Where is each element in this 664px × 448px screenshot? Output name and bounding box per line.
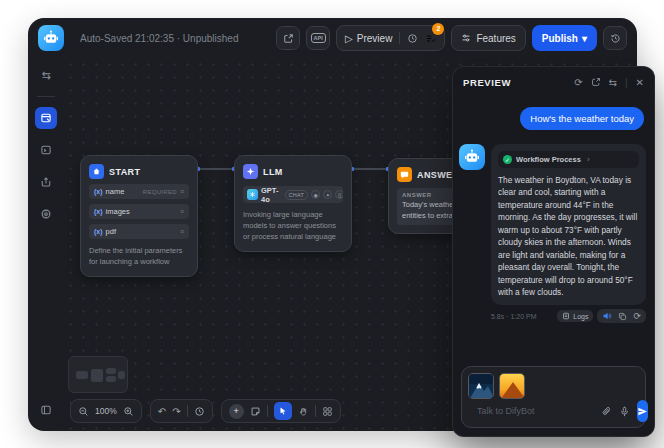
field-menu-icon: ≡ xyxy=(180,228,184,235)
add-note-button[interactable] xyxy=(250,406,261,417)
restart-conversation-button[interactable]: ⟳ xyxy=(574,77,582,88)
sidebar-item-workflow[interactable]: ⇆ xyxy=(35,64,57,86)
robot-icon xyxy=(464,149,480,165)
regenerate-button[interactable]: ⟳ xyxy=(633,311,641,321)
voice-input-button[interactable] xyxy=(619,406,630,417)
pointer-mode-button[interactable] xyxy=(274,402,292,420)
chat-mode-badge: CHAT xyxy=(285,190,309,200)
export-box-icon xyxy=(40,176,52,188)
text-to-speech-button[interactable] xyxy=(602,311,612,321)
user-message-bubble: How's the weather today xyxy=(520,107,644,130)
app-logo[interactable] xyxy=(38,25,64,51)
preview-header: PREVIEW ⟳ ⇆ | ✕ xyxy=(453,67,654,97)
start-field-name[interactable]: (x) name REQUIRED ≡ xyxy=(89,184,189,199)
terminal-icon xyxy=(40,144,52,156)
zoom-out-button[interactable] xyxy=(78,406,89,417)
run-controls: ▷ Preview 2 xyxy=(336,25,445,51)
publish-label: Publish xyxy=(542,33,578,44)
start-field-pdf[interactable]: (x) pdf ≡ xyxy=(89,224,189,239)
node-title: LLM xyxy=(263,167,283,177)
logs-button[interactable]: Logs xyxy=(557,310,593,322)
play-icon: ▷ xyxy=(345,33,353,44)
variable-icon: (x) xyxy=(94,208,103,215)
features-button[interactable]: Features xyxy=(451,25,525,51)
preview-title: PREVIEW xyxy=(463,77,511,88)
attachment-thumbnail-sunset-mountain[interactable] xyxy=(499,373,525,399)
chevron-down-icon: ▾ xyxy=(582,33,587,44)
attachment-thumbnail-night-mountain[interactable] xyxy=(468,373,494,399)
llm-node-icon xyxy=(243,164,258,179)
sidebar-item-orchestrate[interactable] xyxy=(35,107,57,129)
close-preview-button[interactable]: ✕ xyxy=(636,77,644,88)
start-field-images[interactable]: (x) images ≡ xyxy=(89,204,189,219)
gear-icon xyxy=(40,208,52,220)
node-start[interactable]: START (x) name REQUIRED ≡ (x) images ≡ (… xyxy=(80,155,198,277)
zoom-controls: 100% xyxy=(70,399,142,423)
edge-start-llm xyxy=(198,168,234,170)
bot-message-text: The weather in Boydton, VA today is clea… xyxy=(498,174,639,298)
model-selector[interactable]: GPT-4o CHAT ◉ ✦ {} ≡ xyxy=(243,186,343,203)
open-in-new-button[interactable] xyxy=(591,77,601,87)
sidebar-collapse-button[interactable] xyxy=(35,399,57,421)
sidebar-item-publish-tools[interactable] xyxy=(35,171,57,193)
minimap[interactable] xyxy=(68,356,128,393)
hand-mode-button[interactable] xyxy=(298,406,309,417)
checklist-button[interactable]: 2 xyxy=(425,33,436,44)
chat-input-row xyxy=(470,400,639,422)
sidebar-item-settings[interactable] xyxy=(35,203,57,225)
preview-run-button[interactable]: ▷ Preview xyxy=(345,33,392,44)
zoom-in-button[interactable] xyxy=(123,406,134,417)
robot-icon xyxy=(43,30,59,46)
node-description: Define the initial parameters for launch… xyxy=(89,246,189,268)
message-meta: 5.8s · 1:20 PM xyxy=(491,313,537,320)
bot-message-bubble: ✓ Workflow Process › The weather in Boyd… xyxy=(491,144,646,305)
version-history-button[interactable] xyxy=(603,26,627,50)
model-name: GPT-4o xyxy=(261,186,279,203)
organize-blocks-button[interactable] xyxy=(322,406,333,417)
field-menu-icon: ≡ xyxy=(180,208,184,215)
attach-file-button[interactable] xyxy=(601,406,612,417)
node-description: Invoking large language models to answer… xyxy=(243,210,343,243)
change-history-button[interactable] xyxy=(194,406,205,417)
paperclip-icon xyxy=(601,406,612,417)
copy-icon xyxy=(618,312,627,321)
publish-button[interactable]: Publish ▾ xyxy=(532,25,597,51)
bot-avatar xyxy=(459,144,485,170)
chat-input[interactable] xyxy=(477,406,594,416)
zoom-level[interactable]: 100% xyxy=(95,406,117,416)
api-icon: API xyxy=(311,33,326,43)
logs-icon xyxy=(562,312,570,320)
open-app-button[interactable] xyxy=(276,26,300,50)
history-icon xyxy=(610,33,621,44)
api-access-button[interactable]: API xyxy=(306,26,330,50)
speaker-icon xyxy=(602,311,612,321)
success-check-icon: ✓ xyxy=(503,155,512,164)
external-link-icon xyxy=(283,33,294,44)
clock-icon xyxy=(407,33,418,44)
panel-icon xyxy=(40,404,52,416)
field-tag: REQUIRED xyxy=(143,189,177,195)
send-button[interactable] xyxy=(637,400,648,422)
sidebar-divider xyxy=(37,96,55,97)
edge-llm-answer xyxy=(352,168,388,170)
swap-panel-button[interactable]: ⇆ xyxy=(609,77,617,88)
mode-controls: + xyxy=(221,399,341,423)
field-name: images xyxy=(106,207,130,216)
top-header: Auto-Saved 21:02:35 · Unpublished API ▷ … xyxy=(28,18,637,58)
run-history-button[interactable] xyxy=(407,33,418,44)
node-llm[interactable]: LLM GPT-4o CHAT ◉ ✦ {} ≡ Invoking large … xyxy=(234,155,352,252)
history-controls: ↶ ↷ xyxy=(150,399,213,423)
copy-button[interactable] xyxy=(618,312,627,321)
sidebar-item-preview-app[interactable] xyxy=(35,139,57,161)
field-menu-icon: ≡ xyxy=(180,188,184,195)
add-block-button[interactable]: + xyxy=(229,404,244,419)
orchestrate-icon xyxy=(40,112,52,124)
variable-icon: (x) xyxy=(94,228,103,235)
redo-button[interactable]: ↷ xyxy=(172,406,180,417)
bot-message: ✓ Workflow Process › The weather in Boyd… xyxy=(453,130,654,323)
undo-button[interactable]: ↶ xyxy=(158,406,166,417)
logs-label: Logs xyxy=(573,313,588,320)
field-name: name xyxy=(106,187,125,196)
workflow-process-toggle[interactable]: ✓ Workflow Process › xyxy=(498,151,639,168)
chat-input-box xyxy=(461,366,646,428)
